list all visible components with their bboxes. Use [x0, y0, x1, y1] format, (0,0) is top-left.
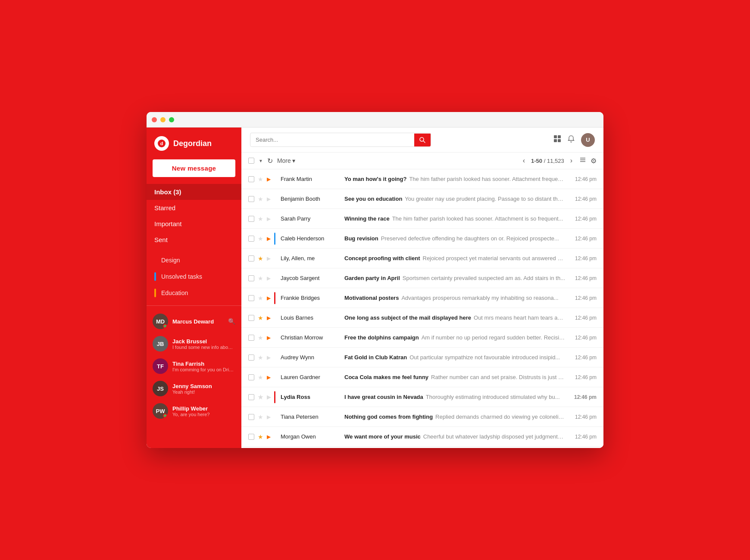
- contact-tina[interactable]: TF Tina Farrish I'm comming for you on D…: [147, 355, 241, 377]
- email-row[interactable]: ★▶Morgan OwenWe want more of your musicC…: [241, 427, 603, 447]
- important-icon[interactable]: ▶: [267, 315, 271, 321]
- star-icon[interactable]: ★: [258, 314, 263, 321]
- important-icon[interactable]: ▶: [267, 414, 271, 420]
- star-icon[interactable]: ★: [258, 176, 263, 183]
- user-avatar[interactable]: U: [581, 133, 595, 147]
- important-icon[interactable]: ▶: [267, 275, 271, 281]
- row-checkbox[interactable]: [248, 176, 254, 182]
- email-time: 12:46 pm: [569, 255, 597, 261]
- sender-name: Morgan Owen: [281, 433, 341, 440]
- star-icon[interactable]: ★: [258, 374, 263, 381]
- contact-jenny[interactable]: JS Jenny Samson Yeah right!: [147, 377, 241, 400]
- contact-marcus[interactable]: MD Marcus Deward 🔍: [147, 309, 241, 333]
- minimize-button[interactable]: [160, 117, 166, 122]
- row-checkbox[interactable]: [248, 414, 254, 420]
- row-checkbox[interactable]: [248, 295, 254, 301]
- email-row[interactable]: ★▶Benjamin BoothSee you on educationYou …: [241, 189, 603, 209]
- logo-icon: d: [154, 136, 169, 151]
- important-icon[interactable]: ▶: [267, 374, 271, 380]
- star-icon[interactable]: ★: [258, 295, 263, 302]
- prev-page-button[interactable]: ‹: [520, 156, 528, 165]
- sidebar-item-inbox[interactable]: Inbox (3): [147, 184, 241, 200]
- sidebar-item-important[interactable]: Important: [147, 216, 241, 232]
- label-unsolved[interactable]: Unsolved tasks: [147, 268, 241, 285]
- settings-icon[interactable]: ⚙: [591, 157, 597, 165]
- star-icon[interactable]: ★: [258, 215, 263, 222]
- email-subject: Free the dolphins campaign: [344, 334, 419, 341]
- star-icon[interactable]: ★: [258, 235, 263, 242]
- search-icon[interactable]: 🔍: [228, 318, 235, 325]
- sidebar-item-sent[interactable]: Sent: [147, 232, 241, 248]
- next-page-button[interactable]: ›: [568, 156, 575, 165]
- row-checkbox[interactable]: [248, 216, 254, 222]
- email-row[interactable]: ★▶Louis BarnesOne long ass subject of th…: [241, 308, 603, 328]
- email-body: We want more of your musicCheerful but w…: [344, 433, 565, 440]
- row-checkbox[interactable]: [248, 335, 254, 341]
- important-icon[interactable]: ▶: [267, 355, 271, 361]
- row-checkbox[interactable]: [248, 196, 254, 202]
- email-subject: Nothing god comes from fighting: [344, 414, 433, 420]
- email-row[interactable]: ★▶Frankie BridgesMotivational postersAdv…: [241, 288, 603, 308]
- email-row[interactable]: ★▶Audrey WynnFat Gold in Club KatranOut …: [241, 348, 603, 367]
- more-button[interactable]: More ▾: [277, 157, 295, 164]
- new-message-button[interactable]: New message: [153, 159, 235, 177]
- important-icon[interactable]: ▶: [267, 216, 271, 222]
- important-icon[interactable]: ▶: [267, 236, 271, 242]
- email-row[interactable]: ★▶Christian MorrowFree the dolphins camp…: [241, 328, 603, 348]
- row-checkbox[interactable]: [248, 255, 254, 261]
- star-icon[interactable]: ★: [258, 255, 263, 262]
- important-icon[interactable]: ▶: [267, 394, 271, 400]
- email-body: I have great cousin in NevadaThoroughly …: [344, 394, 565, 400]
- email-row[interactable]: ★▶Tiana PetersenNothing god comes from f…: [241, 407, 603, 427]
- sidebar-item-starred[interactable]: Starred: [147, 200, 241, 216]
- important-icon[interactable]: ▶: [267, 434, 271, 440]
- close-button[interactable]: [152, 117, 157, 122]
- email-row[interactable]: ★▶Frank MartinYo man how's it going?The …: [241, 169, 603, 189]
- important-icon[interactable]: ▶: [267, 196, 271, 202]
- email-subject: Fat Gold in Club Katran: [344, 354, 407, 361]
- star-icon[interactable]: ★: [258, 394, 263, 401]
- search-input[interactable]: [250, 133, 414, 146]
- row-checkbox[interactable]: [248, 236, 254, 242]
- notification-icon[interactable]: [567, 135, 575, 145]
- logo-area: d Degordian: [147, 128, 241, 159]
- important-icon[interactable]: ▶: [267, 176, 271, 182]
- email-row[interactable]: ★▶Lily, Allen, meConcept proofing with c…: [241, 249, 603, 268]
- label-dot-design: [154, 256, 156, 264]
- sender-name: Lily, Allen, me: [281, 255, 341, 261]
- email-row[interactable]: ★▶Jaycob SargentGarden party in AprilSpo…: [241, 268, 603, 288]
- pagination: ‹ 1-50 / 11,523 ›: [520, 156, 575, 165]
- row-checkbox[interactable]: [248, 394, 254, 400]
- row-checkbox[interactable]: [248, 374, 254, 380]
- maximize-button[interactable]: [169, 117, 174, 122]
- row-checkbox[interactable]: [248, 275, 254, 281]
- email-row[interactable]: ★▶Sarah ParryWinning the raceThe him fat…: [241, 209, 603, 229]
- star-icon[interactable]: ★: [258, 433, 263, 440]
- star-icon[interactable]: ★: [258, 334, 263, 341]
- row-checkbox[interactable]: [248, 355, 254, 361]
- select-chevron[interactable]: ▼: [259, 159, 263, 163]
- grid-icon[interactable]: [553, 135, 561, 145]
- row-checkbox[interactable]: [248, 315, 254, 321]
- email-row[interactable]: ★▶Lauren GardnerCoca Cola makes me feel …: [241, 367, 603, 387]
- star-icon[interactable]: ★: [258, 275, 263, 282]
- view-toggle-icon[interactable]: [579, 156, 586, 165]
- row-checkbox[interactable]: [248, 434, 254, 440]
- contact-jack[interactable]: JB Jack Brussel I found some new info ab…: [147, 333, 241, 355]
- contact-phillip[interactable]: PW Phillip Weber Yo, are you here?: [147, 400, 241, 422]
- email-row[interactable]: ★▶Caleb HendersonBug revisionPreserved d…: [241, 229, 603, 249]
- refresh-icon[interactable]: ↻: [267, 157, 273, 165]
- email-row[interactable]: ★▶Lydia RossI have great cousin in Nevad…: [241, 387, 603, 407]
- search-button[interactable]: [414, 134, 431, 146]
- star-icon[interactable]: ★: [258, 354, 263, 361]
- star-icon[interactable]: ★: [258, 414, 263, 420]
- label-education[interactable]: Education: [147, 285, 241, 301]
- important-icon[interactable]: ▶: [267, 295, 271, 301]
- label-design[interactable]: Design: [147, 252, 241, 268]
- email-time: 12:46 pm: [569, 335, 597, 341]
- email-preview: Out mrs means heart ham tears andi...: [474, 314, 565, 321]
- star-icon[interactable]: ★: [258, 196, 263, 202]
- important-icon[interactable]: ▶: [267, 255, 271, 261]
- select-all-checkbox[interactable]: [248, 158, 254, 164]
- important-icon[interactable]: ▶: [267, 335, 271, 341]
